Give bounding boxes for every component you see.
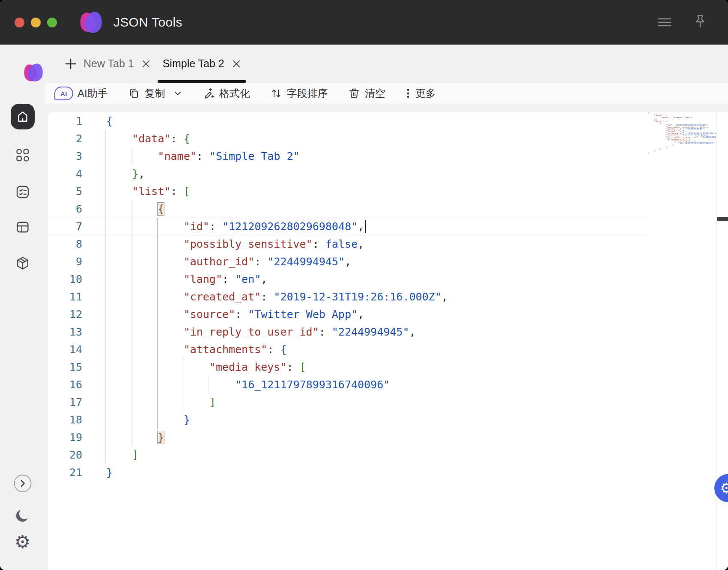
line-number[interactable]: 21 xyxy=(48,464,82,481)
code-viewport[interactable]: 1{2 "data": {3 "name": "Simple Tab 2"4 }… xyxy=(48,112,645,570)
code-line[interactable]: 6 { xyxy=(48,200,645,218)
line-number[interactable]: 19 xyxy=(48,429,82,446)
chevron-right-icon xyxy=(13,474,32,493)
zoom-window-button[interactable] xyxy=(47,18,57,27)
line-number[interactable]: 12 xyxy=(48,306,82,323)
sidebar-item-package[interactable] xyxy=(0,255,45,271)
code-text: }, xyxy=(106,165,145,183)
tab-simple-tab-2[interactable]: Simple Tab 2 xyxy=(157,45,247,83)
code-text: "16_1211797899316740096" xyxy=(106,376,390,393)
code-text: ] xyxy=(106,393,216,411)
code-text: "in_reply_to_user_id": "2244994945", xyxy=(106,323,416,341)
code-line[interactable]: 2 "data": { xyxy=(48,130,645,147)
code-line[interactable]: 12 "source": "Twitter Web App", xyxy=(48,306,645,323)
line-number[interactable]: 15 xyxy=(48,358,82,376)
more-button[interactable]: 更多 xyxy=(405,87,436,100)
toolbar-editor-gap xyxy=(45,104,728,112)
theme-toggle-button[interactable] xyxy=(0,507,45,524)
minimap-content: 1{2 "data": {3 "name": "Simple Tab 2"4 }… xyxy=(648,112,716,154)
chevron-down-icon[interactable] xyxy=(173,89,182,98)
sort-fields-button[interactable]: 字段排序 xyxy=(270,87,328,100)
clear-button[interactable]: 清空 xyxy=(348,87,385,100)
code-text: "name": "Simple Tab 2" xyxy=(106,147,300,165)
line-number[interactable]: 18 xyxy=(48,411,82,429)
menu-hamburger-icon[interactable] xyxy=(657,16,672,29)
tab-close-icon[interactable] xyxy=(141,59,151,69)
code-text: } xyxy=(648,152,650,154)
sidebar-item-apps[interactable] xyxy=(0,147,45,163)
format-button[interactable]: 格式化 xyxy=(202,87,250,100)
gear-icon: ⚙ xyxy=(15,533,31,551)
editor-toolbar: AI AI助手 复制 xyxy=(45,83,728,104)
code-line[interactable]: 4 }, xyxy=(48,165,645,183)
code-text: "list": [ xyxy=(106,183,190,200)
code-line[interactable]: 18 } xyxy=(48,411,645,429)
code-line[interactable]: 1{ xyxy=(48,112,645,130)
magic-wand-icon xyxy=(202,87,215,100)
window-controls xyxy=(15,18,57,27)
line-number[interactable]: 17 xyxy=(48,393,82,411)
code-line[interactable]: 3 "name": "Simple Tab 2" xyxy=(48,147,645,165)
code-line[interactable]: 19 } xyxy=(48,429,645,446)
tab-new-tab-1[interactable]: New Tab 1 xyxy=(78,45,157,83)
line-number[interactable]: 4 xyxy=(48,165,82,183)
code-line[interactable]: 11 "created_at": "2019-12-31T19:26:16.00… xyxy=(48,288,645,306)
line-number[interactable]: 10 xyxy=(48,270,82,288)
line-number[interactable]: 14 xyxy=(48,341,82,358)
code-line[interactable]: 14 "attachments": { xyxy=(48,341,645,358)
code-line[interactable]: 16 "16_1211797899316740096" xyxy=(48,376,645,393)
code-line[interactable]: 13 "in_reply_to_user_id": "2244994945", xyxy=(48,323,645,341)
sort-arrows-icon xyxy=(270,87,283,100)
code-line[interactable]: 10 "lang": "en", xyxy=(48,270,645,288)
code-line[interactable]: 8 "possibly_sensitive": false, xyxy=(48,235,645,253)
code-text: "lang": "en", xyxy=(106,270,267,288)
code-text: "author_id": "2244994945", xyxy=(106,253,351,270)
sidebar-item-table[interactable] xyxy=(0,219,45,235)
tab-close-icon[interactable] xyxy=(232,59,241,69)
minimize-window-button[interactable] xyxy=(31,18,41,27)
code-line[interactable]: 20 ] xyxy=(48,446,645,464)
line-number[interactable]: 8 xyxy=(48,235,82,253)
line-number[interactable]: 3 xyxy=(48,147,82,165)
line-number[interactable]: 13 xyxy=(48,323,82,341)
line-number[interactable]: 7 xyxy=(48,218,82,235)
scrollbar-thumb[interactable] xyxy=(717,217,728,221)
line-number[interactable]: 1 xyxy=(48,112,82,130)
code-text: "possibly_sensitive": false, xyxy=(106,235,364,253)
line-number[interactable]: 16 xyxy=(48,376,82,393)
package-box-icon xyxy=(15,255,30,271)
code-text: ] xyxy=(106,446,138,464)
sidebar-item-tasks[interactable] xyxy=(0,184,45,200)
checklist-icon xyxy=(15,184,30,200)
line-number[interactable]: 6 xyxy=(48,200,82,218)
new-tab-button[interactable] xyxy=(64,57,78,71)
code-line[interactable]: 9 "author_id": "2244994945", xyxy=(48,253,645,270)
text-cursor xyxy=(365,220,366,233)
close-window-button[interactable] xyxy=(15,18,24,27)
code-text: } xyxy=(106,429,164,446)
line-number[interactable]: 9 xyxy=(48,253,82,270)
pin-icon[interactable] xyxy=(693,14,707,30)
code-line[interactable]: 5 "list": [ xyxy=(48,183,645,200)
code-line[interactable]: 17 ] xyxy=(48,393,645,411)
code-text: } xyxy=(106,411,190,429)
code-line[interactable]: 15 "media_keys": [ xyxy=(48,358,645,376)
code-text: "source": "Twitter Web App", xyxy=(106,306,364,323)
tab-label: New Tab 1 xyxy=(84,57,134,70)
sidebar-item-home[interactable] xyxy=(0,104,45,129)
settings-button[interactable]: ⚙ xyxy=(0,533,45,551)
code-line[interactable]: 7 "id": "1212092628029698048", xyxy=(48,218,645,235)
sidebar-collapse-button[interactable] xyxy=(0,474,45,493)
code-text: "data": { xyxy=(106,130,190,147)
minimap[interactable]: 1{2 "data": {3 "name": "Simple Tab 2"4 }… xyxy=(648,112,716,168)
line-number[interactable]: 11 xyxy=(48,288,82,306)
line-number[interactable]: 20 xyxy=(48,446,82,464)
ai-assistant-button[interactable]: AI AI助手 xyxy=(54,87,108,100)
line-number[interactable]: 5 xyxy=(48,183,82,200)
app-window: JSON Tools xyxy=(0,0,728,570)
code-line[interactable]: 21} xyxy=(48,464,645,481)
line-number[interactable]: 2 xyxy=(48,130,82,147)
sidebar: ⚙ xyxy=(0,45,45,570)
json-editor[interactable]: 1{2 "data": {3 "name": "Simple Tab 2"4 }… xyxy=(48,112,728,570)
copy-button[interactable]: 复制 xyxy=(128,87,182,100)
